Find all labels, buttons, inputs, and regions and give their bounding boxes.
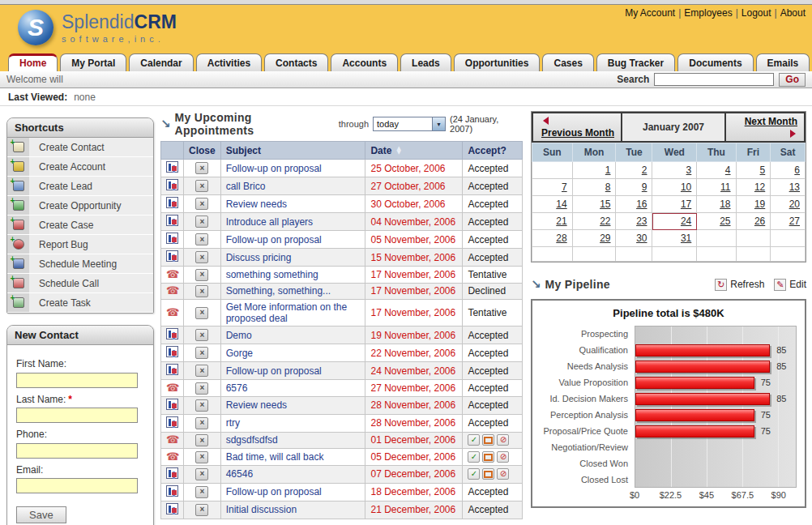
day-link-26[interactable]: 26 [754, 216, 765, 227]
subject-link[interactable]: Follow-up on proposal [226, 365, 322, 377]
day-link-7[interactable]: 7 [562, 181, 567, 193]
tab-leads[interactable]: Leads [400, 53, 451, 71]
subject-column-header[interactable]: Subject [220, 142, 365, 160]
tab-cases[interactable]: Cases [542, 53, 593, 71]
tab-activities[interactable]: Activities [196, 53, 262, 71]
shortcut-schedule-call[interactable]: Schedule Call [7, 274, 153, 293]
tab-calendar[interactable]: Calendar [129, 53, 193, 71]
top-link-about[interactable]: About [780, 7, 806, 19]
shortcut-create-case[interactable]: Create Case [7, 216, 153, 235]
close-button[interactable]: × [195, 329, 208, 341]
close-button[interactable]: × [195, 251, 208, 263]
subject-link[interactable]: Follow-up on proposal [226, 234, 322, 245]
tab-emails[interactable]: Emails [756, 53, 810, 71]
decline-button[interactable]: ⊘ [497, 451, 509, 463]
accept-button[interactable]: ✓ [468, 468, 480, 480]
close-button[interactable]: × [195, 180, 208, 192]
subject-link[interactable]: Discuss pricing [226, 252, 292, 263]
day-link-22[interactable]: 22 [600, 216, 610, 227]
collapse-arrow-icon[interactable]: ↘ [531, 277, 541, 292]
search-go-button[interactable]: Go [779, 73, 806, 87]
close-button[interactable]: × [195, 486, 208, 498]
range-select[interactable]: today ▼ [373, 117, 446, 131]
accept-button[interactable]: ✓ [468, 434, 480, 446]
tentative-button[interactable] [482, 434, 494, 446]
day-link-10[interactable]: 10 [681, 181, 691, 193]
close-button[interactable]: × [195, 198, 208, 210]
close-button[interactable]: × [195, 504, 208, 516]
day-link-18[interactable]: 18 [720, 198, 730, 210]
day-link-27[interactable]: 27 [789, 216, 800, 227]
day-link-12[interactable]: 12 [754, 181, 765, 193]
shortcut-create-account[interactable]: Create Account [7, 157, 153, 177]
subject-link[interactable]: Gorge [226, 348, 253, 359]
close-button[interactable]: × [195, 347, 208, 359]
close-button[interactable]: × [195, 285, 208, 297]
close-button[interactable]: × [195, 365, 208, 377]
tentative-button[interactable] [482, 468, 494, 480]
subject-link[interactable]: Get More information on the proposed dea… [226, 301, 347, 324]
day-link-8[interactable]: 8 [605, 181, 611, 193]
subject-link[interactable]: Follow-up on proposal [226, 163, 322, 174]
next-month-button[interactable]: Next Month [726, 113, 804, 141]
subject-link[interactable]: rtry [226, 417, 240, 429]
close-button[interactable]: × [195, 216, 208, 228]
top-link-logout[interactable]: Logout [741, 7, 771, 19]
shortcut-create-opportunity[interactable]: Create Opportunity [7, 196, 153, 216]
day-link-13[interactable]: 13 [789, 181, 800, 193]
day-link-31[interactable]: 31 [681, 233, 691, 244]
tentative-button[interactable] [482, 451, 494, 463]
top-link-my-account[interactable]: My Account [625, 7, 675, 19]
shortcut-create-contact[interactable]: Create Contact [7, 138, 153, 157]
date-column-header[interactable]: Date▲▼ [365, 142, 463, 160]
day-link-15[interactable]: 15 [600, 198, 610, 210]
close-button[interactable]: × [195, 451, 208, 463]
decline-button[interactable]: ⊘ [497, 434, 509, 446]
day-link-4[interactable]: 4 [725, 164, 731, 176]
last-name-field[interactable] [16, 408, 138, 423]
close-button[interactable]: × [195, 307, 208, 319]
day-link-5[interactable]: 5 [760, 164, 766, 176]
day-link-9[interactable]: 9 [642, 181, 647, 193]
tab-home[interactable]: Home [8, 53, 58, 71]
shortcut-create-task[interactable]: Create Task [7, 293, 153, 313]
subject-link[interactable]: Introduce all players [226, 216, 313, 228]
phone-field[interactable] [16, 443, 138, 459]
shortcut-create-lead[interactable]: Create Lead [7, 177, 153, 196]
day-link-20[interactable]: 20 [789, 198, 800, 210]
subject-link[interactable]: 6576 [226, 382, 248, 394]
subject-link[interactable]: Demo [226, 330, 252, 341]
day-link-28[interactable]: 28 [556, 233, 566, 244]
close-button[interactable]: × [195, 269, 208, 281]
day-link-19[interactable]: 19 [754, 198, 765, 210]
subject-link[interactable]: Something, something... [226, 285, 331, 297]
subject-link[interactable]: call Brico [226, 181, 266, 192]
tab-accounts[interactable]: Accounts [331, 53, 398, 71]
day-link-23[interactable]: 23 [636, 216, 647, 227]
close-button[interactable]: × [195, 233, 208, 245]
search-input[interactable] [654, 73, 774, 86]
day-link-14[interactable]: 14 [556, 198, 566, 210]
subject-link[interactable]: something something [226, 269, 318, 280]
edit-button[interactable]: ✎ Edit [774, 279, 806, 291]
day-link-2[interactable]: 2 [642, 164, 647, 176]
close-button[interactable]: × [195, 162, 208, 174]
email-field[interactable] [16, 478, 138, 493]
subject-link[interactable]: Initial discussion [226, 504, 297, 515]
shortcut-report-bug[interactable]: Report Bug [7, 235, 153, 254]
day-link-17[interactable]: 17 [681, 198, 691, 210]
tab-opportunities[interactable]: Opportunities [454, 53, 541, 71]
day-link-16[interactable]: 16 [636, 198, 647, 210]
tab-documents[interactable]: Documents [677, 53, 753, 71]
shortcut-schedule-meeting[interactable]: Schedule Meeting [7, 254, 153, 274]
close-button[interactable]: × [195, 417, 208, 429]
sort-icons[interactable]: ▲▼ [396, 147, 400, 155]
close-button[interactable]: × [195, 434, 208, 446]
tab-bug-tracker[interactable]: Bug Tracker [596, 53, 675, 71]
tab-my-portal[interactable]: My Portal [60, 53, 126, 71]
tab-contacts[interactable]: Contacts [264, 53, 328, 71]
top-link-employees[interactable]: Employees [684, 7, 732, 19]
close-button[interactable]: × [195, 382, 208, 395]
accept-button[interactable]: ✓ [468, 451, 480, 463]
day-link-25[interactable]: 25 [720, 216, 730, 227]
